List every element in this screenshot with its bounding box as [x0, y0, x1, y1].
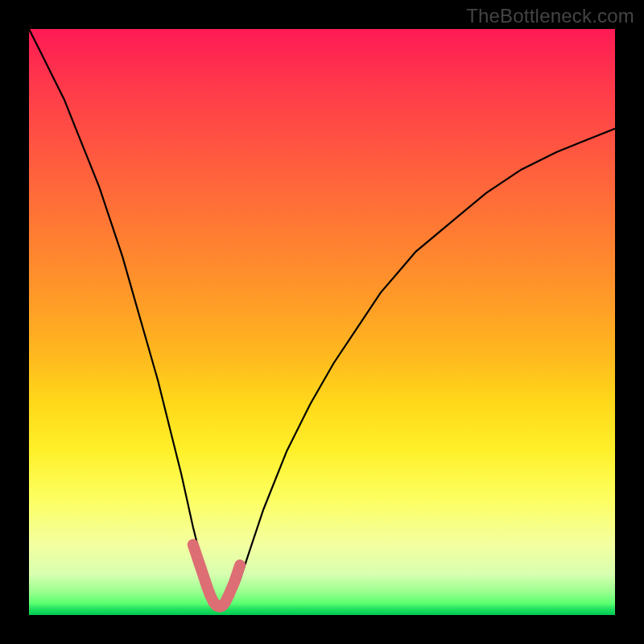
curve-layer [29, 29, 615, 615]
plot-area [29, 29, 615, 615]
chart-frame: TheBottleneck.com [0, 0, 644, 644]
valley-highlight [193, 545, 240, 607]
bottleneck-curve [29, 29, 615, 609]
watermark-text: TheBottleneck.com [466, 5, 634, 27]
